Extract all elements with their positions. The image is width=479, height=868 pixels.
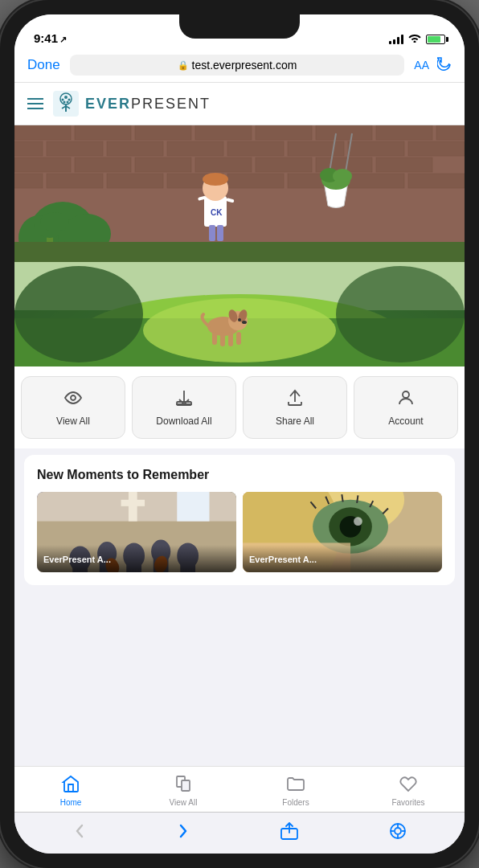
- moment-card-2[interactable]: EverPresent A...: [243, 492, 442, 572]
- svg-point-73: [238, 318, 241, 321]
- svg-rect-23: [227, 141, 284, 156]
- svg-rect-27: [14, 158, 71, 172]
- svg-rect-55: [209, 225, 215, 241]
- svg-point-66: [14, 266, 143, 362]
- moment-card-2-label: EverPresent A...: [249, 555, 317, 564]
- svg-rect-14: [195, 125, 252, 140]
- svg-rect-24: [288, 141, 344, 156]
- svg-rect-19: [14, 141, 43, 156]
- download-all-label: Download All: [156, 416, 211, 427]
- share-all-label: Share All: [276, 416, 314, 427]
- refresh-button[interactable]: [437, 56, 452, 74]
- svg-rect-77: [236, 332, 241, 345]
- battery-icon: [426, 35, 445, 44]
- svg-rect-17: [376, 125, 432, 140]
- svg-point-72: [242, 321, 247, 324]
- svg-rect-35: [47, 174, 103, 188]
- forward-button[interactable]: [167, 819, 199, 847]
- photo-dog-content: [14, 262, 465, 366]
- svg-rect-25: [348, 141, 404, 156]
- svg-point-80: [403, 391, 409, 398]
- svg-point-5: [64, 96, 68, 99]
- moment-card-1-overlay: EverPresent A...: [37, 545, 236, 572]
- svg-rect-38: [227, 174, 284, 188]
- browser-controls: AA: [414, 56, 452, 74]
- svg-rect-41: [408, 174, 465, 188]
- hamburger-menu-button[interactable]: [27, 98, 43, 109]
- svg-rect-26: [408, 141, 465, 156]
- svg-rect-114: [182, 780, 190, 791]
- view-all-button[interactable]: View All: [21, 376, 125, 439]
- view-all-nav-icon: [174, 775, 193, 796]
- svg-rect-12: [75, 125, 131, 140]
- status-time: 9:41↗: [34, 31, 67, 45]
- svg-rect-11: [14, 125, 71, 140]
- photo-dog: [14, 262, 465, 366]
- phone-frame: 9:41↗ Done 🔒 test.everpresent.com: [0, 0, 479, 868]
- back-button[interactable]: [63, 819, 96, 847]
- moment-card-2-overlay: EverPresent A...: [243, 545, 442, 572]
- bookmark-button[interactable]: [379, 819, 416, 847]
- browser-bar: Done 🔒 test.everpresent.com AA: [14, 50, 465, 83]
- svg-rect-84: [121, 500, 145, 506]
- download-icon: [174, 388, 194, 411]
- photo-child-content: CK: [14, 125, 465, 262]
- svg-point-7: [68, 99, 71, 101]
- url-bar[interactable]: 🔒 test.everpresent.com: [70, 55, 405, 76]
- status-icons: [389, 33, 445, 45]
- nav-home[interactable]: Home: [14, 773, 127, 809]
- account-button[interactable]: Account: [354, 376, 458, 439]
- nav-folders[interactable]: Folders: [240, 773, 352, 809]
- svg-rect-75: [220, 332, 225, 346]
- folders-icon: [286, 775, 305, 796]
- download-all-button[interactable]: Download All: [132, 376, 236, 439]
- view-all-label: View All: [56, 416, 90, 427]
- app-content: EVERPRESENT: [14, 83, 465, 766]
- svg-rect-21: [107, 141, 163, 156]
- svg-rect-36: [107, 174, 163, 188]
- svg-point-65: [143, 298, 336, 362]
- aa-button[interactable]: AA: [414, 59, 429, 72]
- wifi-icon: [408, 33, 421, 45]
- svg-rect-48: [14, 242, 465, 262]
- lock-icon: 🔒: [178, 60, 189, 71]
- svg-rect-40: [348, 174, 404, 188]
- svg-rect-85: [177, 492, 209, 522]
- nav-home-label: Home: [60, 798, 82, 807]
- svg-rect-18: [436, 125, 465, 140]
- svg-rect-33: [376, 158, 432, 172]
- share-all-button[interactable]: Share All: [243, 376, 347, 439]
- svg-point-47: [40, 212, 69, 231]
- logo-area: EVERPRESENT: [53, 91, 211, 117]
- done-button[interactable]: Done: [27, 57, 60, 73]
- svg-rect-31: [256, 158, 312, 172]
- svg-point-9: [67, 101, 69, 104]
- favorites-icon: [399, 775, 418, 796]
- logo-text: EVERPRESENT: [85, 96, 211, 113]
- nav-view-all-label: View All: [170, 798, 198, 807]
- notch: [179, 14, 300, 39]
- svg-point-6: [62, 99, 64, 101]
- eye-icon: [63, 388, 83, 411]
- home-icon: [61, 775, 80, 796]
- moments-section: New Moments to Remember: [24, 455, 455, 585]
- share-icon: [285, 388, 305, 411]
- account-label: Account: [388, 416, 423, 427]
- svg-point-105: [354, 518, 362, 526]
- svg-rect-29: [135, 158, 191, 172]
- photos-area: CK: [14, 125, 465, 366]
- nav-view-all[interactable]: View All: [127, 773, 240, 809]
- app-header: EVERPRESENT: [14, 83, 465, 125]
- signal-bars-icon: [389, 35, 403, 44]
- svg-point-52: [203, 173, 228, 186]
- svg-rect-34: [14, 174, 43, 188]
- nav-favorites[interactable]: Favorites: [352, 773, 465, 809]
- moments-title: New Moments to Remember: [37, 468, 442, 482]
- svg-rect-28: [75, 158, 131, 172]
- moment-card-1[interactable]: EverPresent A...: [37, 492, 236, 572]
- photo-child: CK: [14, 125, 465, 262]
- svg-rect-15: [256, 125, 312, 140]
- share-toolbar-button[interactable]: [271, 819, 308, 847]
- svg-point-78: [71, 395, 76, 400]
- svg-point-8: [63, 101, 66, 104]
